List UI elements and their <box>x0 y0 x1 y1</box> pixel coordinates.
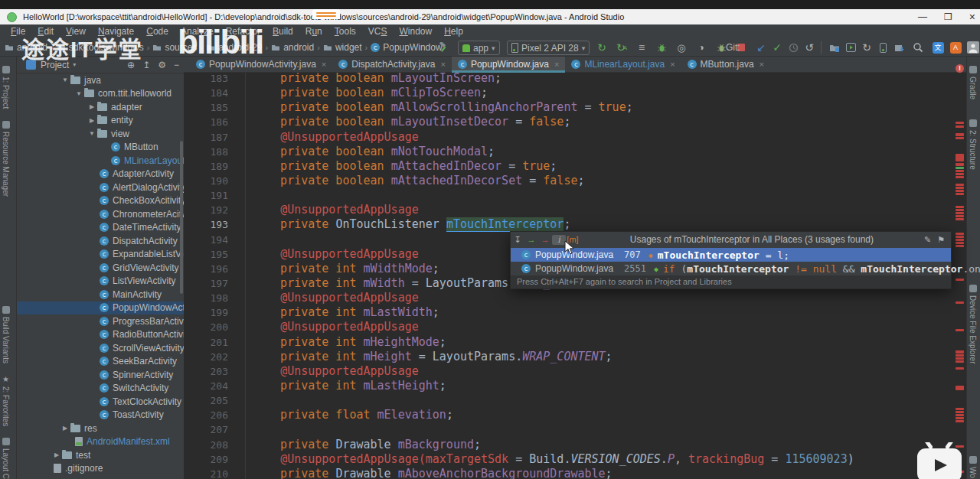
code-line-207[interactable]: 207 <box>184 422 966 437</box>
tree-item-popupwindowactivity[interactable]: cPopupWindowActivity <box>17 301 184 314</box>
tree-item-com-ttit-helloworld[interactable]: ▼com.ttit.helloworld <box>17 87 184 100</box>
attach-profiler-icon[interactable]: ◎ <box>674 40 689 55</box>
error-stripe-mark[interactable] <box>956 242 964 244</box>
tree-item-datetimeactivity[interactable]: cDateTimeActivity <box>17 221 184 234</box>
settings-gear-icon[interactable]: ⚙ <box>158 60 166 70</box>
error-stripe-mark[interactable] <box>956 137 964 139</box>
show-write-access-icon[interactable]: → <box>538 235 552 244</box>
pin-window-icon[interactable]: ⚑ <box>937 235 945 245</box>
git-rollback-icon[interactable]: ↺ <box>802 40 817 55</box>
error-stripe-mark[interactable] <box>956 209 964 211</box>
tool-window-button-resource-manager[interactable]: Resource Manager <box>2 121 10 197</box>
tree-item-res[interactable]: ▶res <box>17 422 184 435</box>
code-line-203[interactable]: 203 @UnsupportedAppUsage <box>184 364 966 379</box>
project-scrollbar[interactable] <box>180 141 183 294</box>
code-line-185[interactable]: 185 private boolean mAllowScrollingAncho… <box>184 100 966 115</box>
run-configuration-select[interactable]: app ▾ <box>458 41 500 55</box>
collapse-all-icon[interactable]: ↥ <box>142 60 150 70</box>
error-stripe-mark[interactable] <box>956 133 964 136</box>
avd-manager-icon[interactable] <box>875 40 890 55</box>
tree-item--gitignore[interactable]: .gitignore <box>17 462 184 475</box>
menu-help[interactable]: Help <box>438 26 469 37</box>
code-line-190[interactable]: 190 private boolean mAttachedInDecorSet … <box>184 174 966 188</box>
tree-item-spinneractivity[interactable]: cSpinnerActivity <box>17 368 184 381</box>
code-line-209[interactable]: 209 @UnsupportedAppUsage(maxTargetSdk = … <box>184 452 966 467</box>
usage-row[interactable]: cPopupWindow.java707◆mTouchInterceptor =… <box>511 248 951 262</box>
error-stripe-mark[interactable] <box>956 386 964 390</box>
close-tab-icon[interactable]: × <box>760 60 764 69</box>
code-line-188[interactable]: 188 private boolean mNotTouchModal; <box>184 145 966 159</box>
tree-item-entity[interactable]: ▶entity <box>17 114 184 127</box>
tree-item-dispatchactivity[interactable]: cDispatchActivity <box>17 234 184 247</box>
error-stripe-mark[interactable] <box>956 176 964 178</box>
device-select[interactable]: Pixel 2 API 28 ▾ <box>507 41 590 55</box>
tree-item-mainactivity[interactable]: cMainActivity <box>17 288 184 301</box>
build-hammer-icon[interactable] <box>435 40 450 55</box>
code-line-205[interactable]: 205 <box>184 393 966 408</box>
debug-icon[interactable] <box>654 40 669 55</box>
error-stripe-mark[interactable] <box>956 125 964 128</box>
tree-item-progressbaractivity[interactable]: cProgressBarActivity <box>17 314 184 327</box>
git-commit-icon[interactable]: ✓ <box>769 40 785 55</box>
tree-item-seekbaractivity[interactable]: cSeekBarActivity <box>17 355 184 368</box>
error-stripe-mark[interactable] <box>956 163 964 166</box>
tree-item-textclockactivity[interactable]: cTextClockActivity <box>17 395 184 408</box>
error-stripe-mark[interactable] <box>956 218 964 220</box>
menu-run[interactable]: Run <box>299 26 328 37</box>
tree-item-java[interactable]: ▼java <box>17 73 184 86</box>
close-tab-icon[interactable]: × <box>322 60 326 69</box>
error-stripe-mark[interactable] <box>956 187 964 189</box>
tree-item-checkboxacitivity[interactable]: cCheckBoxAcitivity <box>17 194 184 207</box>
error-stripe-mark[interactable] <box>956 190 964 192</box>
account-avatar-icon[interactable] <box>965 40 980 55</box>
git-update-icon[interactable]: ↙ <box>753 40 769 55</box>
sdk-manager-icon[interactable] <box>891 40 906 55</box>
tree-item-expandablelistviewactivity[interactable]: cExpandableListViewActivity <box>17 248 184 261</box>
tool-window-button-device-file-explorer[interactable]: Device File Explorer <box>969 285 977 363</box>
error-stripe-mark[interactable] <box>956 206 964 208</box>
ok-stripe-mark[interactable] <box>956 167 964 169</box>
error-stripe-mark[interactable] <box>956 354 964 357</box>
code-line-208[interactable]: 208 private Drawable mBackground; <box>184 438 966 452</box>
translate-plugin-icon[interactable]: 文 <box>930 40 946 55</box>
error-stripe-mark[interactable] <box>956 367 964 370</box>
error-stripe-mark[interactable] <box>956 239 964 241</box>
tree-item-androidmanifest-xml[interactable]: AndroidManifest.xml <box>17 435 184 448</box>
tree-item-adapter[interactable]: ▶adapter <box>17 100 184 113</box>
code-line-183[interactable]: 183 private boolean mLayoutInScreen; <box>184 73 966 86</box>
close-tab-icon[interactable]: × <box>440 60 445 69</box>
tab-dispatchactivity-java[interactable]: cDispatchActivity.java× <box>332 57 452 72</box>
tree-item-test[interactable]: ▶test <box>17 448 184 461</box>
error-stripe-mark[interactable] <box>956 279 964 281</box>
tree-item-gridviewactivity[interactable]: cGridViewActivity <box>17 261 184 274</box>
error-stripe-mark[interactable] <box>956 233 964 235</box>
doc-plugin-icon[interactable]: A <box>948 40 963 55</box>
tree-item-mlinearlayout[interactable]: cMLinearLayout <box>17 154 184 167</box>
code-line-191[interactable]: 191 <box>184 188 966 203</box>
tree-item-listviewactivity[interactable]: cListViewActivity <box>17 275 184 288</box>
code-line-202[interactable]: 202 private int mHeight = LayoutParams.W… <box>184 350 966 364</box>
tree-item-mbutton[interactable]: cMButton <box>17 141 184 154</box>
menu-vcs[interactable]: VCS <box>362 26 394 37</box>
error-stripe-mark[interactable] <box>956 122 964 124</box>
tool-window-button-build-variants[interactable]: Build Variants <box>2 306 10 363</box>
pin-results-icon[interactable]: ↧ <box>511 235 524 245</box>
error-stripe-mark[interactable] <box>956 357 964 360</box>
tree-item-switchactivity[interactable]: cSwitchActivity <box>17 382 184 395</box>
apply-code-changes-icon[interactable]: ≡ <box>634 40 649 55</box>
tree-item-alertdialogactivity[interactable]: cAlertDialogActivity <box>17 181 184 194</box>
code-line-193[interactable]: 193 private OnTouchListener mTouchInterc… <box>184 217 966 232</box>
run-window-icon[interactable] <box>843 40 858 55</box>
error-stripe-mark[interactable] <box>956 301 964 304</box>
code-line-199[interactable]: 199 private int mLastWidth; <box>184 305 966 320</box>
tree-item-view[interactable]: ▼view <box>17 127 184 140</box>
error-stripe-mark[interactable] <box>956 408 964 410</box>
error-stripe-mark[interactable] <box>956 360 964 363</box>
breadcrumb-item[interactable]: android <box>271 42 314 53</box>
error-stripe-mark[interactable] <box>956 350 964 354</box>
error-stripe-mark[interactable] <box>956 420 964 422</box>
code-line-184[interactable]: 184 private boolean mClipToScreen; <box>184 86 966 100</box>
show-read-access-icon[interactable]: → <box>524 235 538 244</box>
tree-item-adapteractivity[interactable]: cAdapterActivity <box>17 168 184 181</box>
tab-mlinearlayout-java[interactable]: cMLinearLayout.java× <box>565 57 681 72</box>
